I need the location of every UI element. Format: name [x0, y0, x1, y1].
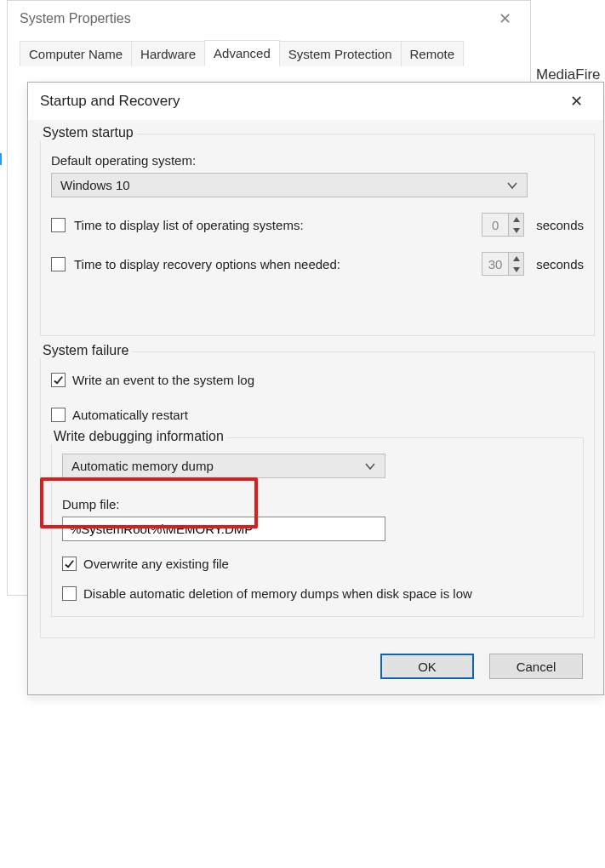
time-list-value: 0 — [482, 214, 508, 236]
debug-info-title: Write debugging information — [50, 429, 227, 444]
check-icon — [64, 558, 75, 569]
accent-strip — [0, 153, 2, 165]
dump-file-input[interactable] — [62, 517, 385, 541]
time-list-spinner[interactable]: 0 — [482, 213, 524, 237]
default-os-select[interactable]: Windows 10 — [51, 173, 528, 197]
write-event-row: Write an event to the system log — [51, 373, 584, 387]
disable-delete-label: Disable automatic deletion of memory dum… — [83, 586, 472, 601]
bg-titlebar: System Properties ✕ — [8, 1, 530, 37]
time-recovery-unit: seconds — [536, 257, 584, 271]
auto-restart-checkbox[interactable] — [51, 408, 66, 422]
cancel-button[interactable]: Cancel — [489, 654, 583, 679]
spinner-down-icon[interactable] — [509, 264, 523, 275]
dump-type-value: Automatic memory dump — [71, 459, 214, 473]
check-icon — [53, 374, 64, 385]
spinner-up-icon[interactable] — [509, 214, 523, 225]
disable-delete-row: Disable automatic deletion of memory dum… — [62, 586, 573, 601]
time-list-row: Time to display list of operating system… — [51, 213, 584, 237]
time-recovery-value: 30 — [482, 253, 508, 275]
bg-window-title: System Properties — [20, 11, 131, 26]
tab-computer-name[interactable]: Computer Name — [20, 41, 132, 66]
svg-marker-2 — [513, 256, 520, 261]
system-startup-group: System startup Default operating system:… — [40, 134, 595, 336]
ok-button[interactable]: OK — [380, 654, 474, 679]
auto-restart-label: Automatically restart — [72, 408, 188, 422]
tab-hardware[interactable]: Hardware — [131, 41, 205, 66]
default-os-label: Default operating system: — [51, 153, 584, 168]
debug-info-group: Write debugging information Automatic me… — [51, 437, 584, 617]
overwrite-checkbox[interactable] — [62, 557, 77, 571]
time-recovery-spinner[interactable]: 30 — [482, 252, 524, 276]
default-os-value: Windows 10 — [60, 178, 130, 192]
close-icon[interactable]: ✕ — [492, 6, 518, 31]
spinner-down-icon[interactable] — [509, 225, 523, 236]
dialog-body: System startup Default operating system:… — [28, 120, 603, 694]
svg-marker-3 — [513, 267, 520, 272]
time-list-unit: seconds — [536, 218, 584, 232]
dialog-titlebar: Startup and Recovery ✕ — [28, 83, 603, 120]
dialog-button-row: OK Cancel — [40, 654, 595, 679]
startup-recovery-dialog: Startup and Recovery ✕ System startup De… — [27, 82, 604, 695]
chevron-down-icon — [506, 180, 518, 191]
disable-delete-checkbox[interactable] — [62, 586, 77, 601]
write-event-label: Write an event to the system log — [72, 373, 254, 387]
svg-marker-0 — [513, 217, 520, 222]
bg-tabs: Computer Name Hardware Advanced System P… — [8, 37, 530, 66]
time-recovery-checkbox[interactable] — [51, 257, 66, 271]
close-icon[interactable]: ✕ — [562, 87, 591, 116]
overwrite-label: Overwrite any existing file — [83, 557, 229, 571]
spinner-up-icon[interactable] — [509, 253, 523, 264]
svg-marker-1 — [513, 228, 520, 233]
tab-remote[interactable]: Remote — [401, 41, 465, 66]
tab-system-protection[interactable]: System Protection — [279, 41, 402, 66]
time-recovery-row: Time to display recovery options when ne… — [51, 252, 584, 276]
time-recovery-label: Time to display recovery options when ne… — [74, 257, 340, 271]
auto-restart-row: Automatically restart — [51, 408, 584, 422]
dump-file-label: Dump file: — [62, 497, 573, 511]
time-list-label: Time to display list of operating system… — [74, 218, 304, 232]
system-startup-title: System startup — [39, 125, 137, 140]
tab-advanced[interactable]: Advanced — [204, 40, 280, 66]
dump-type-select[interactable]: Automatic memory dump — [62, 454, 385, 478]
mediafire-label: MediaFire — [536, 66, 601, 83]
system-failure-group: System failure Write an event to the sys… — [40, 351, 595, 638]
write-event-checkbox[interactable] — [51, 373, 66, 387]
dialog-title: Startup and Recovery — [40, 93, 180, 110]
time-list-checkbox[interactable] — [51, 218, 66, 232]
chevron-down-icon — [364, 460, 376, 472]
system-failure-title: System failure — [39, 343, 132, 358]
overwrite-row: Overwrite any existing file — [62, 557, 573, 571]
